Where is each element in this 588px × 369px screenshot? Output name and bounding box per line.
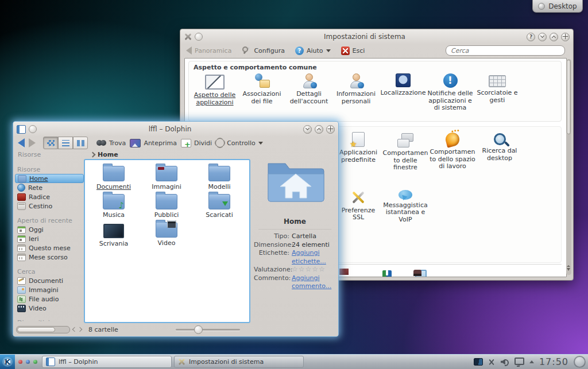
settings-category[interactable]: Aspetto delle applicazioni <box>191 72 238 112</box>
folder-item[interactable]: Documenti <box>87 165 140 192</box>
panel-cashew-icon[interactable] <box>574 356 586 368</box>
back-button[interactable] <box>18 138 25 147</box>
settings-category[interactable] <box>367 269 376 277</box>
settings-category[interactable]: Comportamento dello spazio di lavoro <box>429 131 476 172</box>
split-button[interactable]: Dividi <box>181 139 212 147</box>
breadcrumb-home[interactable]: Home <box>98 151 118 158</box>
desktop-toolbox-button[interactable]: Desktop <box>532 0 583 13</box>
settings-category[interactable]: Preferenze SSL <box>335 189 382 224</box>
scroll-right-icon[interactable] <box>78 327 82 332</box>
folder-view[interactable]: Documenti Immagini Modelli Music <box>84 159 250 323</box>
settings-menu-button[interactable] <box>195 33 203 41</box>
settings-category[interactable]: Notifiche delle applicazioni e di sistem… <box>427 72 474 112</box>
folder-item[interactable]: Scaricati <box>193 193 246 220</box>
sidebar-item[interactable]: Immagini <box>15 285 84 294</box>
forward-button[interactable] <box>29 138 36 147</box>
configure-button[interactable]: Configura <box>242 46 285 55</box>
settings-category[interactable] <box>349 269 358 277</box>
sidebar-item[interactable]: Cestino <box>15 201 84 211</box>
scroll-left-icon[interactable] <box>72 327 77 332</box>
breadcrumb[interactable]: Home <box>87 151 118 158</box>
sidebar-item[interactable]: Oggi <box>15 225 84 234</box>
sidebar-item[interactable]: Home <box>15 174 84 183</box>
find-button[interactable]: Trova <box>96 139 126 147</box>
taskbar-task[interactable]: lffl – Dolphin <box>42 356 172 368</box>
preview-button[interactable]: Anteprima <box>130 139 177 147</box>
settings-category[interactable]: Informazioni personali <box>332 72 380 112</box>
settings-scrollbar[interactable] <box>566 59 571 275</box>
info-row-value[interactable]: Aggiungi commento... <box>292 274 336 291</box>
taskbar-task[interactable]: Impostazioni di sistema <box>174 356 304 368</box>
window-maximize-button[interactable] <box>315 125 323 134</box>
sidebar-item[interactable]: Rete <box>15 183 84 192</box>
kde-launcher-button[interactable]: K <box>0 355 15 369</box>
settings-category[interactable]: Comportamento delle finestre <box>382 131 429 172</box>
folder-item[interactable]: Video <box>140 221 193 248</box>
folder-item[interactable]: Pubblici <box>140 193 193 220</box>
sidebar-item[interactable]: Documenti <box>15 276 84 285</box>
volume-icon[interactable] <box>501 359 509 366</box>
window-maximize-button[interactable] <box>550 33 558 41</box>
slider-track[interactable] <box>176 329 240 331</box>
sidebar-item-label: Radice <box>29 193 50 201</box>
sidebar-item[interactable]: Questo mese <box>15 243 84 253</box>
settings-category[interactable]: Ricerca dal desktop <box>476 131 523 172</box>
help-button[interactable]: ? Aiuto <box>295 46 331 55</box>
clock[interactable]: 17:50 <box>539 356 568 367</box>
view-details-button[interactable] <box>58 137 73 149</box>
window-help-button[interactable] <box>527 33 535 41</box>
klipper-scissors-icon[interactable] <box>488 359 496 366</box>
tray-expand-icon[interactable] <box>529 358 534 363</box>
settings-category[interactable]: Localizzazione <box>380 72 427 112</box>
zoom-slider[interactable] <box>176 325 240 333</box>
settings-category[interactable] <box>339 269 349 277</box>
folder-item[interactable]: Immagini <box>140 165 193 192</box>
settings-category[interactable]: Associazioni dei file <box>238 72 285 112</box>
calendar-month-icon <box>17 254 26 261</box>
settings-category[interactable]: Messaggistica istantanea e VoIP <box>382 189 429 224</box>
view-compact-button[interactable] <box>73 137 88 149</box>
info-row-value[interactable]: Aggiungi etichette... <box>292 249 336 266</box>
settings-category-label: Comportamento delle finestre <box>382 150 429 172</box>
settings-titlebar[interactable]: Impostazioni di sistema <box>180 29 573 43</box>
window-close-button[interactable] <box>561 33 570 41</box>
scrollbar-thumb[interactable] <box>17 327 55 332</box>
scrollbar-thumb[interactable] <box>567 60 571 134</box>
quit-button[interactable]: Esci <box>341 46 365 55</box>
slider-handle[interactable] <box>194 325 203 334</box>
dolphin-menu-button[interactable] <box>29 125 37 133</box>
network-icon[interactable] <box>514 358 524 365</box>
scroll-up-icon[interactable] <box>567 263 570 267</box>
help-icon: ? <box>295 46 304 55</box>
window-close-button[interactable] <box>326 125 335 134</box>
dolphin-titlebar[interactable]: lffl – Dolphin <box>13 122 338 135</box>
pager-dot-icon[interactable] <box>26 360 30 364</box>
window-minimize-button[interactable] <box>538 33 547 41</box>
folder-item[interactable]: Modelli <box>193 165 246 192</box>
overview-button[interactable]: Panoramica <box>186 46 231 55</box>
settings-category[interactable]: Applicazioni predefinite <box>335 131 382 172</box>
settings-category[interactable]: Dettagli dell'account <box>285 72 332 112</box>
pager-dot-icon[interactable] <box>33 360 37 364</box>
window-minimize-button[interactable] <box>303 125 312 134</box>
sidebar-item[interactable]: Mese scorso <box>15 253 84 262</box>
control-button[interactable]: Controllo <box>216 139 263 147</box>
sidebar-item[interactable]: Ieri <box>15 234 84 243</box>
info-row-value[interactable]: 24 elementi <box>292 241 336 250</box>
info-row-value[interactable]: ☆☆☆☆☆ <box>292 266 336 274</box>
folder-item[interactable]: Musica <box>87 193 140 220</box>
view-icons-button[interactable] <box>43 137 58 149</box>
settings-category[interactable] <box>358 269 367 277</box>
sidebar-item[interactable]: File audio <box>15 294 84 304</box>
search-input[interactable] <box>446 45 565 56</box>
info-row-value[interactable]: Cartella <box>292 232 336 241</box>
settings-category[interactable]: Scorciatoie e gesti <box>474 72 521 112</box>
pager-dot-icon[interactable] <box>18 360 22 364</box>
tray-window-icon[interactable] <box>474 358 483 366</box>
sidebar-item[interactable]: Video <box>15 304 84 313</box>
scroll-down-icon[interactable] <box>567 268 570 273</box>
folder-item[interactable]: Scrivania <box>87 221 140 248</box>
audio-search-icon <box>17 296 26 303</box>
horizontal-scrollbar[interactable] <box>16 326 70 333</box>
sidebar-item[interactable]: Radice <box>15 192 84 201</box>
